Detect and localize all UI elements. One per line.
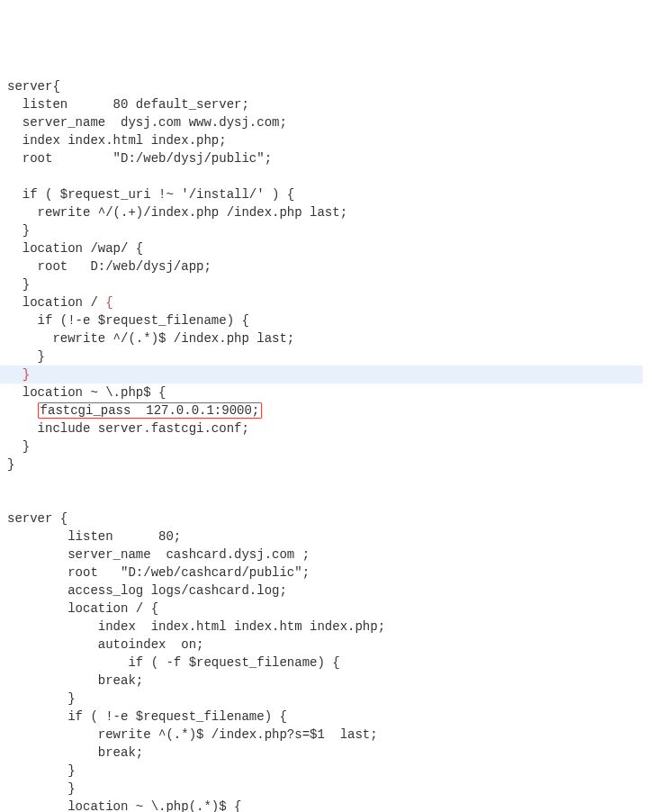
code-line: } [7,221,650,239]
code-line: root "D:/web/dysj/public"; [7,149,650,167]
code-line: location / { [7,600,650,618]
code-line [7,474,650,492]
code-block: server{ listen 80 default_server; server… [7,77,650,812]
code-line: listen 80 default_server; [7,95,650,113]
code-line: fastcgi_pass 127.0.0.1:9000; [7,401,650,420]
code-line: server { [7,510,650,528]
code-line [7,167,650,185]
code-line: location ~ \.php$ { [7,383,650,401]
code-line: server_name cashcard.dysj.com ; [7,546,650,564]
code-line: index index.html index.php; [7,131,650,149]
code-line: rewrite ^/(.+)/index.php /index.php last… [7,203,650,221]
code-line: server{ [7,77,650,95]
code-line: rewrite ^(.*)$ /index.php?s=$1 last; [7,726,650,744]
code-line: server_name dysj.com www.dysj.com; [7,113,650,131]
code-line: } [7,690,650,708]
code-line: access_log logs/cashcard.log; [7,582,650,600]
code-line [7,492,650,510]
brace: { [105,295,112,310]
code-line: } [7,438,650,456]
code-line: if ( $request_uri !~ '/install/' ) { [7,185,650,203]
code-line: if ( -f $request_filename) { [7,654,650,672]
code-line: location /wap/ { [7,239,650,257]
code-line: root D:/web/dysj/app; [7,257,650,275]
code-line: } [7,275,650,293]
code-line: location / { [7,293,650,311]
code-line: break; [7,744,650,762]
code-line: } [7,456,650,474]
code-line: } [0,365,643,383]
code-line: } [7,762,650,780]
code-line: location ~ \.php(.*)$ { [7,798,650,812]
code-line: } [7,780,650,798]
code-line: include server.fastcgi.conf; [7,420,650,438]
brace: } [22,367,30,382]
code-line: autoindex on; [7,636,650,654]
code-line: listen 80; [7,528,650,546]
code-line: if ( !-e $request_filename) { [7,708,650,726]
code-line: rewrite ^/(.*)$ /index.php last; [7,329,650,347]
code-line: break; [7,672,650,690]
code-line: } [7,347,650,365]
code-line: root "D:/web/cashcard/public"; [7,564,650,582]
code-line: index index.html index.htm index.php; [7,618,650,636]
code-line: if (!-e $request_filename) { [7,311,650,329]
highlighted-fastcgi-box: fastcgi_pass 127.0.0.1:9000; [38,402,263,419]
